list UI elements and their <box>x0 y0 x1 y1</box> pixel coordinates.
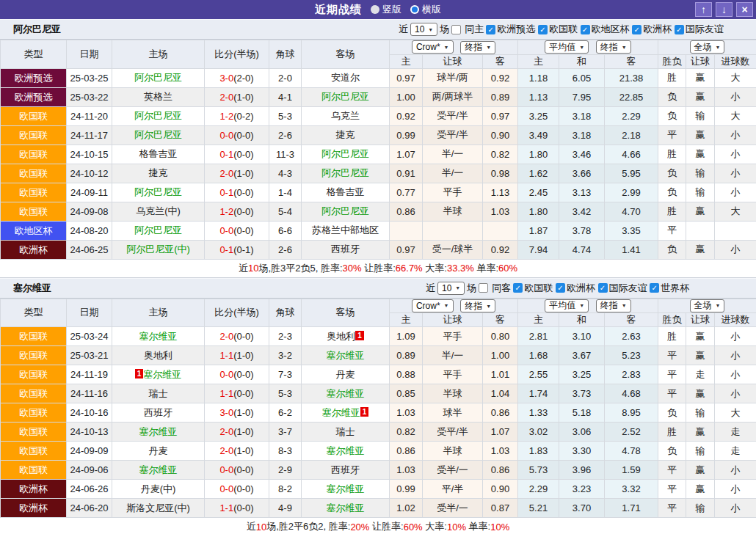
away-team[interactable]: 阿尔巴尼亚 <box>321 205 369 216</box>
home-team[interactable]: 阿尔巴尼亚 <box>134 129 182 140</box>
competition-filter-label: 世界杯 <box>661 282 689 295</box>
away-team[interactable]: 格鲁吉亚 <box>327 186 365 197</box>
layout-radio-horizontal[interactable]: 横版 <box>410 3 441 16</box>
away-team[interactable]: 苏格兰中部地区 <box>312 224 379 235</box>
away-team[interactable]: 丹麦 <box>336 369 355 380</box>
matches-table: 类型 日期 主场 比分(半场) 角球 客场 Crow* 终指 平均值 终指 <box>0 40 756 260</box>
final-odds-select-1-value: 终指 <box>465 300 482 312</box>
home-team[interactable]: 丹麦 <box>149 445 168 456</box>
away-team[interactable]: 塞尔维亚 <box>327 388 365 399</box>
away-team[interactable]: 塞尔维亚 <box>322 407 360 418</box>
away-team[interactable]: 阿尔巴尼亚 <box>321 91 369 102</box>
odds-draw: 6.05 <box>559 68 605 87</box>
away-team[interactable]: 塞尔维亚 <box>327 445 365 456</box>
home-team[interactable]: 塞尔维亚 <box>143 369 181 380</box>
home-team[interactable]: 塞尔维亚 <box>139 426 178 437</box>
match-row: 欧国联 25-03-21 奥地利 1-1(1-0) 3-2 塞尔维亚 0.89 … <box>1 346 756 365</box>
match-row: 欧洲杯 24-06-26 丹麦(中) 0-0(0-0) 8-2 塞尔维亚 0.9… <box>1 480 756 499</box>
match-count-select[interactable]: 10 <box>410 23 437 36</box>
home-team[interactable]: 英格兰 <box>144 91 172 102</box>
layout-radio-vertical[interactable]: 竖版 <box>371 3 401 16</box>
average-select-value: 平均值 <box>549 299 575 312</box>
move-up-button[interactable]: ↑ <box>695 2 712 17</box>
away-team[interactable]: 阿尔巴尼亚 <box>321 167 369 178</box>
home-team[interactable]: 格鲁吉亚 <box>139 148 178 159</box>
competition-badge: 欧洲预选 <box>1 88 66 106</box>
home-team[interactable]: 捷克 <box>149 167 168 178</box>
odds-away-win: 3.32 <box>605 480 658 499</box>
away-team[interactable]: 西班牙 <box>331 464 360 475</box>
away-team[interactable]: 乌克兰 <box>331 110 360 121</box>
competition-filter[interactable]: 欧洲预选 <box>486 23 535 36</box>
odds-away-win: 2.18 <box>605 125 658 145</box>
checkbox-checked-icon <box>538 25 548 34</box>
same-venue-filter[interactable]: 同主 <box>451 23 484 36</box>
subcol-odds-home: 主 <box>518 313 559 327</box>
away-team[interactable]: 安道尔 <box>331 72 360 83</box>
odds-away-win: 1.41 <box>605 240 658 259</box>
handicap-away-odds: 0.82 <box>483 145 518 164</box>
final-odds-select-2[interactable]: 终指 <box>596 299 631 312</box>
away-team[interactable]: 瑞士 <box>336 426 355 437</box>
same-venue-filter[interactable]: 同客 <box>479 282 511 295</box>
home-team[interactable]: 乌克兰(中) <box>136 205 181 216</box>
home-team[interactable]: 阿尔巴尼亚(中) <box>126 244 190 255</box>
average-odds-group: 平均值 终指 <box>518 299 658 313</box>
final-odds-select-1[interactable]: 终指 <box>460 299 495 312</box>
handicap-line: 半/一 <box>423 346 483 365</box>
odds-draw: 3.78 <box>559 221 605 240</box>
away-team[interactable]: 捷克 <box>336 129 355 140</box>
handicap-home-odds: 1.09 <box>390 327 423 346</box>
move-down-button[interactable]: ↓ <box>716 2 733 17</box>
close-button[interactable]: × <box>736 2 753 17</box>
result-handicap: 输 <box>686 106 715 125</box>
final-odds-select-2[interactable]: 终指 <box>596 40 631 54</box>
competition-filter[interactable]: 欧洲杯 <box>556 282 595 295</box>
home-team[interactable]: 阿尔巴尼亚 <box>134 72 182 83</box>
home-team[interactable]: 阿尔巴尼亚 <box>134 110 182 121</box>
away-team[interactable]: 阿尔巴尼亚 <box>321 148 369 159</box>
result-outcome: 平 <box>658 480 686 499</box>
competition-badge: 欧国联 <box>1 365 66 384</box>
competition-filter[interactable]: 世界杯 <box>650 282 689 295</box>
away-team[interactable]: 塞尔维亚 <box>327 350 365 361</box>
scope-select[interactable]: 全场 <box>690 40 725 54</box>
handicap-away-odds: 0.86 <box>483 403 518 423</box>
subcol-odds-away: 客 <box>605 313 658 327</box>
away-team[interactable]: 西班牙 <box>331 244 360 255</box>
competition-filter[interactable]: 欧洲杯 <box>632 23 672 36</box>
bookmaker-select[interactable]: Crow* <box>412 299 454 312</box>
away-team[interactable]: 塞尔维亚 <box>327 502 365 513</box>
odds-home-win: 2.45 <box>518 183 559 202</box>
bookmaker-select[interactable]: Crow* <box>412 40 454 54</box>
corner-score: 4-3 <box>269 164 302 183</box>
average-select[interactable]: 平均值 <box>545 299 589 312</box>
home-team[interactable]: 瑞士 <box>149 388 168 399</box>
final-odds-select-1[interactable]: 终指 <box>460 41 495 54</box>
competition-filter[interactable]: 欧国联 <box>513 282 553 295</box>
home-team[interactable]: 塞尔维亚 <box>139 464 178 475</box>
competition-filter[interactable]: 欧国联 <box>538 23 578 36</box>
checkbox-unchecked-icon <box>479 283 488 293</box>
competition-filter[interactable]: 欧地区杯 <box>581 23 630 36</box>
handicap-home-odds: 0.88 <box>390 365 423 384</box>
away-team[interactable]: 奥地利 <box>327 331 355 342</box>
competition-filter[interactable]: 国际友谊 <box>675 23 724 36</box>
result-handicap: 走 <box>686 365 715 384</box>
handicap-away-odds: 1.13 <box>483 183 518 202</box>
away-team[interactable]: 塞尔维亚 <box>327 483 365 494</box>
match-count-select[interactable]: 10 <box>437 282 465 295</box>
home-team[interactable]: 奥地利 <box>144 350 172 361</box>
home-team[interactable]: 斯洛文尼亚(中) <box>126 502 190 513</box>
home-team[interactable]: 塞尔维亚 <box>139 331 178 342</box>
home-team[interactable]: 阿尔巴尼亚 <box>134 186 182 197</box>
summary-row: 近10场,胜2平6负2, 胜率:20% 让胜率:60% 大率:10% 单率:10… <box>0 518 756 534</box>
competition-filter[interactable]: 国际友谊 <box>598 282 647 295</box>
odds-away-win: 2.52 <box>605 423 658 442</box>
scope-select[interactable]: 全场 <box>690 299 725 312</box>
subcol-odds-home: 主 <box>518 54 559 68</box>
home-team[interactable]: 西班牙 <box>144 407 172 418</box>
home-team[interactable]: 丹麦(中) <box>141 483 176 494</box>
average-select[interactable]: 平均值 <box>545 40 589 54</box>
home-team[interactable]: 阿尔巴尼亚 <box>134 224 182 235</box>
